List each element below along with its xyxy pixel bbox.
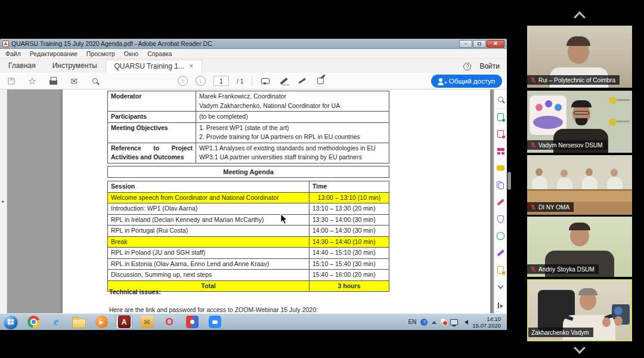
participant-video[interactable]: Vadym Nersesov DSUM <box>527 91 632 153</box>
close-button[interactable]: ✕ <box>487 40 504 48</box>
menu-edit[interactable]: Редактирование <box>30 50 78 57</box>
acrobat-reader-icon: A <box>2 41 9 47</box>
protect-pdf-icon[interactable] <box>496 214 506 224</box>
highlighter-icon <box>280 78 287 85</box>
sign-tool-button[interactable] <box>297 75 308 87</box>
participant-name-label: Rui – Polytechnic of Coimbra <box>527 75 620 85</box>
taskbar-clock[interactable]: 14:10 15.07.2020 <box>472 316 501 329</box>
sign-in-button[interactable]: Войти <box>479 62 500 70</box>
scrollbar-thumb[interactable] <box>507 172 511 190</box>
search-button[interactable] <box>89 75 100 87</box>
print-button[interactable] <box>48 75 58 87</box>
export-pdf-icon[interactable] <box>496 112 506 122</box>
zoom-taskbar-button[interactable] <box>206 315 223 329</box>
column-header-time: Time <box>309 181 389 193</box>
stamp-icon[interactable] <box>496 266 506 275</box>
participant-video-active[interactable]: Zakharchenko Vadym <box>527 279 632 341</box>
edit-pdf-icon[interactable] <box>496 146 506 156</box>
menu-window[interactable]: Окно <box>124 50 138 57</box>
favorites-button[interactable]: ☆ <box>27 75 38 87</box>
tab-document-label: QUARSU Training 1... <box>114 62 184 70</box>
zoom-camera-icon <box>209 316 221 328</box>
tray-help-icon[interactable]: ? <box>420 319 428 326</box>
fill-sign-panel-icon[interactable] <box>496 197 506 207</box>
participant-name-label: Zakharchenko Vadym <box>528 328 593 337</box>
email-button[interactable]: ✉ <box>69 75 79 87</box>
outlook-taskbar-button[interactable]: ✉ <box>138 315 155 329</box>
page-up-icon: ↑ <box>181 78 184 84</box>
next-page-button[interactable]: ↓ <box>196 76 206 86</box>
table-row: Introduction: WP1 (Olav Aarna) 13:10 – 1… <box>108 203 389 215</box>
share-button-label: Общий доступ <box>449 78 495 85</box>
save-button[interactable] <box>6 75 17 87</box>
table-row: RPL in Poland (JU and SGH staff) 14:40 –… <box>108 248 389 259</box>
combine-files-icon[interactable] <box>496 180 506 190</box>
participant-video[interactable]: DI NY OMA <box>527 155 632 215</box>
tab-bar: Главная Инструменты QUARSU Training 1...… <box>0 58 507 73</box>
muted-mic-icon <box>530 204 536 210</box>
scroll-videos-down-button[interactable] <box>574 342 586 354</box>
tab-tools[interactable]: Инструменты <box>44 59 106 73</box>
opera-taskbar-button[interactable]: O <box>161 315 178 329</box>
action-center-flag-icon[interactable] <box>441 319 446 325</box>
scroll-videos-up-button[interactable] <box>574 11 586 23</box>
hidden-icons-button[interactable] <box>432 319 436 324</box>
certificates-icon[interactable] <box>496 248 506 258</box>
fill-sign-tool-button[interactable] <box>315 75 326 87</box>
minimize-button[interactable]: – <box>459 40 472 48</box>
window-titlebar[interactable]: A QUARSU Training 15 July 2020 Agenda.pd… <box>0 39 507 49</box>
help-icon: ? <box>466 63 469 69</box>
volume-icon[interactable] <box>462 320 468 325</box>
info-value: (to be completed) <box>196 112 389 123</box>
file-explorer-taskbar-button[interactable] <box>70 315 87 329</box>
menu-file[interactable]: Файл <box>5 50 21 57</box>
collapse-panel-icon[interactable] <box>496 300 506 310</box>
comment-tool-button[interactable] <box>260 75 271 87</box>
menu-help[interactable]: Справка <box>147 50 172 57</box>
toolbar: ☆ ✉ ↑ ↓ / 1 + Общий доступ <box>0 73 507 90</box>
comment-panel-icon[interactable] <box>496 163 506 173</box>
previous-page-button[interactable]: ↑ <box>178 76 188 86</box>
tab-home[interactable]: Главная <box>0 59 44 73</box>
media-player-taskbar-button[interactable]: ▶ <box>93 315 110 329</box>
restore-button[interactable] <box>473 40 486 48</box>
info-label: Moderator <box>108 91 196 112</box>
chrome-taskbar-button[interactable] <box>25 315 42 329</box>
participant-name-label: Andriy Stoyka DSUM <box>527 264 599 274</box>
acrobat-icon: A <box>118 316 131 328</box>
restore-icon <box>478 42 481 45</box>
share-button[interactable]: + Общий доступ <box>431 75 502 88</box>
language-indicator[interactable]: EN <box>408 319 417 325</box>
search-icon <box>92 78 98 84</box>
page-number-input[interactable] <box>213 76 229 86</box>
more-tools-chevron-icon[interactable] <box>496 282 506 292</box>
create-pdf-icon[interactable] <box>496 129 506 139</box>
internet-explorer-icon: e <box>54 316 58 328</box>
app-taskbar-button[interactable] <box>184 315 200 329</box>
help-button[interactable]: ? <box>463 63 471 70</box>
meeting-info-table: Moderator Marek Frankowicz, Coordinator … <box>107 91 389 163</box>
toolbar-divider <box>252 76 252 87</box>
info-value: 1. Present WP1 (state of the art) 2. Pro… <box>196 122 389 143</box>
tab-document[interactable]: QUARSU Training 1... × <box>106 60 202 73</box>
search-tools-icon[interactable] <box>496 94 506 104</box>
navigation-pane-toggle[interactable]: ▸ <box>0 90 7 313</box>
window-title: QUARSU Training 15 July 2020 Agenda.pdf … <box>11 40 212 47</box>
internet-explorer-taskbar-button[interactable]: e <box>48 315 64 329</box>
tray-time: 14:10 <box>472 316 501 322</box>
highlight-tool-button[interactable] <box>278 75 289 87</box>
menu-view[interactable]: Просмотр <box>86 50 115 57</box>
request-signatures-icon[interactable] <box>496 232 506 241</box>
start-button[interactable] <box>2 315 19 329</box>
acrobat-taskbar-button[interactable]: A <box>116 315 132 329</box>
star-icon: ☆ <box>28 76 36 86</box>
close-tab-icon[interactable]: × <box>189 62 193 70</box>
network-display-icon[interactable] <box>450 319 458 325</box>
participant-video[interactable]: Rui – Polytechnic of Coimbra <box>527 26 632 88</box>
participant-name-label: Vadym Nersesov DSUM <box>527 140 607 150</box>
info-label: Meeting Objectives <box>108 122 196 143</box>
windows-taskbar: e ▶ A ✉ O EN ? 14:10 15.07.2020 <box>0 313 507 330</box>
system-tray: EN ? 14:10 15.07.2020 <box>408 316 504 329</box>
participant-video[interactable]: Andriy Stoyka DSUM <box>527 217 632 277</box>
muted-mic-icon <box>530 142 536 148</box>
